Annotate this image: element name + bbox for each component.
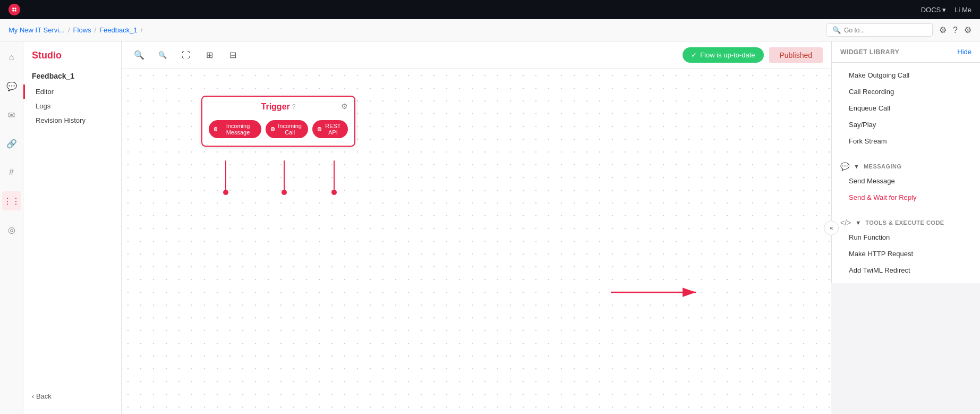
right-panel-header: WIDGET LIBRARY Hide [832, 41, 980, 63]
send-wait-reply-item[interactable]: Send & Wait for Reply [832, 189, 980, 206]
main-layout: ⌂ 💬 ✉ 🔗 # ⋮⋮ ◎ Studio Feedback_1 Editor … [0, 41, 980, 414]
breadcrumb-flows[interactable]: Flows [73, 26, 91, 34]
top-nav-right: DOCS ▾ Li Me [921, 6, 972, 14]
voice-section: Make Outgoing Call Call Recording Enqueu… [832, 63, 980, 154]
breadcrumb-bar: My New IT Servi... / Flows / Feedback_1 … [0, 19, 980, 41]
twilio-logo [8, 4, 20, 15]
breadcrumb-sep2: / [95, 26, 97, 34]
breadcrumb-sep1: / [68, 26, 70, 34]
tools-section: </> ▼ TOOLS & EXECUTE CODE Run Function … [832, 210, 980, 283]
top-nav: DOCS ▾ Li Me [0, 0, 980, 19]
svg-point-7 [282, 190, 287, 195]
tools-section-header: </> ▼ TOOLS & EXECUTE CODE [832, 214, 980, 229]
sidebar-chat[interactable]: 💬 [2, 77, 21, 96]
tools-toggle-icon: ▼ [855, 219, 861, 226]
trigger-help-icon: ? [292, 103, 296, 111]
right-panel: WIDGET LIBRARY Hide Make Outgoing Call C… [831, 41, 980, 283]
widget-library-label: WIDGET LIBRARY [840, 48, 899, 56]
breadcrumb-service[interactable]: My New IT Servi... [8, 26, 65, 34]
left-nav: Editor Logs Revision History [23, 85, 121, 128]
messaging-section-header: 💬 ▼ MESSAGING [832, 158, 980, 173]
trigger-title: Trigger [261, 102, 290, 112]
search-box[interactable]: 🔍 [826, 23, 933, 37]
sidebar-circle[interactable]: ◎ [2, 220, 21, 239]
nav-revision-history[interactable]: Revision History [23, 113, 121, 128]
canvas[interactable]: Trigger ? ⚙ Incoming Message Incoming Ca… [122, 69, 831, 414]
say-play-item[interactable]: Say/Play [832, 116, 980, 133]
canvas-toolbar: 🔍 🔍 ⛶ ⊞ ⊟ ✓ Flow is up-to-date Published [122, 41, 831, 69]
fork-stream-item[interactable]: Fork Stream [832, 133, 980, 149]
grid-button[interactable]: ⊞ [200, 46, 218, 64]
send-message-item[interactable]: Send Message [832, 173, 980, 189]
svg-point-5 [223, 190, 228, 195]
canvas-area: 🔍 🔍 ⛶ ⊞ ⊟ ✓ Flow is up-to-date Published… [122, 41, 831, 414]
studio-label: Studio [23, 50, 121, 67]
btn-dot-2 [271, 127, 274, 131]
docs-label: DOCS [921, 6, 941, 14]
run-function-item[interactable]: Run Function [832, 229, 980, 246]
svg-point-1 [14, 7, 16, 10]
messaging-section: 💬 ▼ MESSAGING Send Message Send & Wait f… [832, 154, 980, 210]
messaging-toggle-icon: ▼ [854, 163, 859, 170]
incoming-message-button[interactable]: Incoming Message [209, 120, 261, 138]
incoming-call-button[interactable]: Incoming Call [266, 120, 308, 138]
btn-dot-3 [318, 127, 321, 131]
sidebar-mail[interactable]: ✉ [2, 105, 21, 124]
icon-sidebar: ⌂ 💬 ✉ 🔗 # ⋮⋮ ◎ [0, 41, 23, 414]
tools-label: TOOLS & EXECUTE CODE [865, 219, 944, 226]
btn-dot [214, 127, 217, 131]
enqueue-call-item[interactable]: Enqueue Call [832, 100, 980, 116]
make-outgoing-call-item[interactable]: Make Outgoing Call [832, 67, 980, 83]
nav-editor[interactable]: Editor [23, 85, 121, 99]
right-panel-wrapper: « WIDGET LIBRARY Hide Make Outgoing Call… [831, 41, 980, 414]
checkmark-icon: ✓ [691, 51, 697, 59]
user-label: Li Me [955, 6, 972, 14]
flow-name: Feedback_1 [23, 67, 121, 85]
add-twiml-redirect-item[interactable]: Add TwiML Redirect [832, 262, 980, 278]
breadcrumb-sep3: / [141, 26, 143, 34]
top-nav-left [8, 4, 20, 15]
search-icon: 🔍 [832, 26, 841, 34]
trigger-header: Trigger ? ⚙ [202, 97, 354, 116]
zoom-in-button[interactable]: 🔍 [130, 46, 148, 64]
chevron-down-icon: ▾ [942, 6, 946, 14]
back-link[interactable]: ‹ Back [23, 387, 121, 405]
sidebar-hash[interactable]: # [2, 163, 21, 182]
gear-icon[interactable]: ⚙ [964, 25, 972, 35]
flow-status-label: Flow is up-to-date [700, 51, 755, 59]
table-button[interactable]: ⊟ [224, 46, 242, 64]
twilio-icon [11, 6, 18, 13]
hide-button[interactable]: Hide [957, 48, 972, 56]
twilio-logo-icon [8, 4, 20, 15]
sidebar-studio[interactable]: ⋮⋮ [2, 191, 21, 210]
settings-icon[interactable]: ⚙ [939, 25, 947, 35]
rest-api-button[interactable]: REST API [312, 120, 348, 138]
messaging-label: MESSAGING [864, 163, 902, 170]
nav-logs[interactable]: Logs [23, 99, 121, 113]
call-recording-item[interactable]: Call Recording [832, 83, 980, 100]
docs-link[interactable]: DOCS ▾ [921, 6, 947, 14]
sidebar-link[interactable]: 🔗 [2, 134, 21, 153]
flow-up-to-date-button[interactable]: ✓ Flow is up-to-date [683, 47, 763, 63]
messaging-icon: 💬 [840, 162, 849, 171]
fit-screen-button[interactable]: ⛶ [177, 46, 195, 64]
svg-point-3 [14, 10, 16, 12]
collapse-panel-button[interactable]: « [824, 221, 839, 235]
help-icon[interactable]: ? [953, 26, 958, 35]
make-http-request-item[interactable]: Make HTTP Request [832, 246, 980, 262]
sidebar-home[interactable]: ⌂ [2, 48, 21, 67]
svg-point-0 [12, 7, 14, 10]
zoom-out-button[interactable]: 🔍 [154, 46, 172, 64]
trigger-widget[interactable]: Trigger ? ⚙ Incoming Message Incoming Ca… [201, 96, 355, 147]
tools-icon: </> [840, 218, 851, 227]
trigger-settings-icon[interactable]: ⚙ [341, 102, 348, 111]
search-input[interactable] [844, 27, 927, 34]
left-panel: Studio Feedback_1 Editor Logs Revision H… [23, 41, 122, 414]
breadcrumb-bar-right: 🔍 ⚙ ? ⚙ [826, 23, 972, 37]
svg-point-9 [331, 190, 337, 195]
published-button[interactable]: Published [769, 47, 823, 63]
svg-point-2 [12, 10, 14, 12]
trigger-buttons: Incoming Message Incoming Call REST API [202, 116, 354, 146]
breadcrumb-flow[interactable]: Feedback_1 [99, 26, 138, 34]
